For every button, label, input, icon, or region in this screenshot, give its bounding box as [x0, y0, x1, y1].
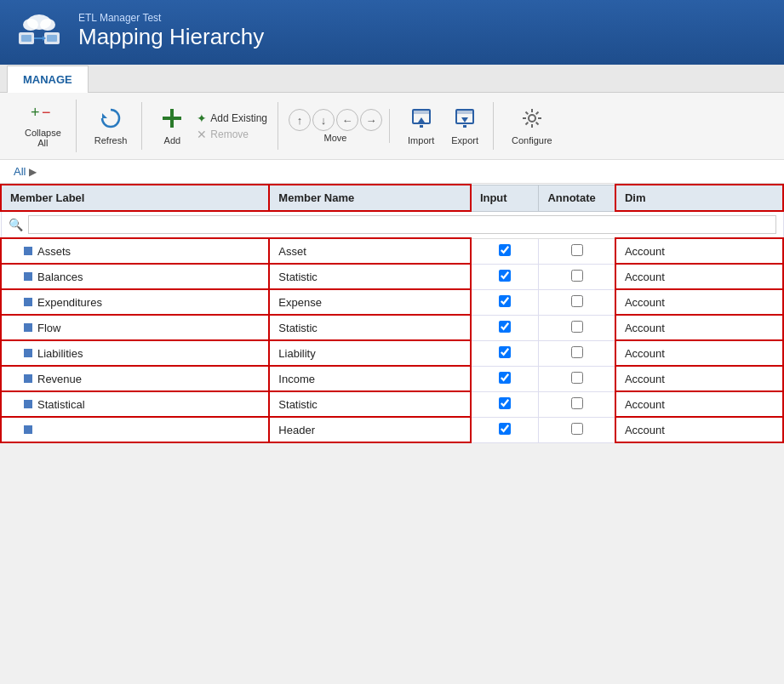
annotate-checkbox[interactable]: [571, 321, 583, 333]
cell-annotate[interactable]: [539, 238, 615, 264]
input-checkbox[interactable]: [499, 372, 511, 384]
cell-input[interactable]: [471, 340, 539, 366]
cell-dim: Account: [615, 315, 783, 340]
cell-input[interactable]: [471, 238, 539, 264]
add-button[interactable]: Add: [152, 102, 192, 150]
member-label-text: Expenditures: [37, 296, 102, 309]
add-existing-icon: ✦: [197, 111, 207, 125]
svg-point-2: [40, 19, 55, 31]
tab-manage[interactable]: MANAGE: [7, 66, 89, 93]
col-header-member-name: Member Name: [269, 185, 471, 211]
refresh-icon: [99, 106, 123, 134]
member-icon: [24, 425, 32, 434]
cell-member-name: Income: [269, 366, 471, 391]
toolbar-group-refresh: Refresh: [80, 102, 143, 150]
cell-annotate[interactable]: [539, 417, 615, 442]
input-checkbox[interactable]: [499, 346, 511, 358]
search-icon: 🔍: [9, 218, 23, 231]
col-header-member-label: Member Label: [1, 185, 269, 211]
toolbar-group-add: Add ✦ Add Existing ✕ Remove: [146, 102, 278, 150]
input-checkbox[interactable]: [499, 397, 511, 409]
cell-member-label: Liabilities: [1, 340, 269, 366]
cell-input[interactable]: [471, 264, 539, 289]
table-row: StatisticalStatisticAccount: [1, 391, 783, 417]
input-checkbox[interactable]: [499, 295, 511, 307]
member-icon: [24, 323, 32, 332]
cell-annotate[interactable]: [539, 391, 615, 417]
member-label-text: Flow: [37, 322, 60, 334]
table-row: HeaderAccount: [1, 417, 783, 442]
col-header-input: Input: [471, 185, 539, 211]
configure-button[interactable]: Configure: [504, 102, 560, 150]
input-checkbox[interactable]: [499, 244, 511, 256]
cell-input[interactable]: [471, 391, 539, 417]
app-name: ETL Manager Test: [78, 12, 264, 24]
export-icon: [453, 106, 477, 134]
add-existing-button[interactable]: ✦ Add Existing: [197, 111, 267, 125]
cell-member-label: [1, 417, 269, 442]
remove-label: Remove: [210, 128, 249, 140]
search-row: 🔍: [1, 211, 783, 238]
collapse-all-button[interactable]: + − CollapseAll: [17, 100, 69, 152]
refresh-button[interactable]: Refresh: [87, 102, 135, 150]
export-button[interactable]: Export: [444, 102, 486, 150]
cell-annotate[interactable]: [539, 366, 615, 391]
cell-member-name: Statistic: [269, 391, 471, 417]
import-button[interactable]: Import: [400, 102, 442, 150]
move-left-button[interactable]: ←: [336, 109, 358, 131]
breadcrumb-root[interactable]: All: [14, 165, 26, 178]
member-label-text: Balances: [37, 271, 83, 283]
toolbar-group-import-export: Import Export: [393, 102, 494, 150]
member-icon: [24, 272, 32, 281]
breadcrumb: All ▶: [0, 160, 784, 184]
cell-annotate[interactable]: [539, 264, 615, 289]
remove-icon: ✕: [197, 128, 207, 141]
svg-rect-21: [463, 125, 466, 128]
cell-input[interactable]: [471, 315, 539, 340]
table-row: LiabilitiesLiabilityAccount: [1, 340, 783, 366]
toolbar-group-configure: Configure: [497, 102, 567, 150]
move-arrows: ↑ ↓ ← →: [289, 109, 382, 131]
table-row: RevenueIncomeAccount: [1, 366, 783, 391]
cell-annotate[interactable]: [539, 289, 615, 315]
annotate-checkbox[interactable]: [571, 244, 583, 256]
svg-marker-11: [102, 113, 107, 118]
annotate-checkbox[interactable]: [571, 270, 583, 282]
cell-annotate[interactable]: [539, 340, 615, 366]
search-input[interactable]: [28, 215, 776, 234]
input-checkbox[interactable]: [499, 321, 511, 333]
annotate-checkbox[interactable]: [571, 372, 583, 384]
remove-button[interactable]: ✕ Remove: [197, 128, 267, 141]
input-checkbox[interactable]: [499, 423, 511, 435]
annotate-checkbox[interactable]: [571, 423, 583, 435]
cell-member-name: Statistic: [269, 315, 471, 340]
annotate-checkbox[interactable]: [571, 397, 583, 409]
cell-annotate[interactable]: [539, 315, 615, 340]
col-header-annotate: Annotate: [539, 185, 615, 211]
member-icon: [24, 349, 32, 357]
cell-member-name: Expense: [269, 289, 471, 315]
member-icon: [24, 247, 32, 255]
collapse-all-icon: + −: [31, 104, 54, 126]
member-icon: [24, 400, 32, 408]
member-label-text: Assets: [37, 245, 71, 258]
cell-member-label: Flow: [1, 315, 269, 340]
cell-input[interactable]: [471, 289, 539, 315]
move-down-button[interactable]: ↓: [312, 109, 335, 131]
svg-marker-20: [461, 117, 468, 123]
annotate-checkbox[interactable]: [571, 346, 583, 358]
toolbar-group-collapse: + − CollapseAll: [10, 100, 77, 152]
cell-dim: Account: [615, 417, 783, 442]
svg-line-29: [536, 112, 539, 115]
move-right-button[interactable]: →: [360, 109, 382, 131]
cell-member-label: Expenditures: [1, 289, 269, 315]
annotate-checkbox[interactable]: [571, 295, 583, 307]
cell-input[interactable]: [471, 366, 539, 391]
move-up-button[interactable]: ↑: [289, 109, 311, 131]
refresh-label: Refresh: [94, 135, 128, 145]
content-area: Member Label Member Name Input Annotate …: [0, 184, 784, 443]
cell-input[interactable]: [471, 417, 539, 442]
data-table: Member Label Member Name Input Annotate …: [0, 184, 784, 443]
input-checkbox[interactable]: [499, 270, 511, 282]
cell-dim: Account: [615, 366, 783, 391]
